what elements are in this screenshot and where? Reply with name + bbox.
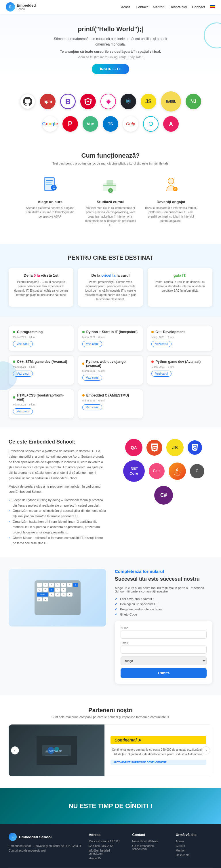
svg-text:💻 SOFTWARE: 💻 SOFTWARE: [45, 749, 62, 752]
about-left: Ce este Embedded School: Embedded School…: [9, 439, 106, 546]
contact-title: Succesul tău este succesul nostru: [115, 576, 212, 582]
course-card: Python game dev (Avansat) Mârțu 2021 6 l…: [147, 355, 212, 385]
how-section: Cum funcționează? Trei pași pentru a obț…: [0, 141, 221, 244]
course-select[interactable]: Alege: [120, 656, 207, 665]
carousel-next-button[interactable]: ›: [202, 746, 210, 754]
course-btn[interactable]: Vezi carul: [13, 408, 33, 414]
course-btn[interactable]: Vezi carul: [151, 341, 171, 347]
course-date: Mârțu 2021: [13, 403, 26, 406]
submit-button[interactable]: Trimite: [120, 668, 207, 678]
cta-banner: NU ESTE TIMP DE GÎNDITI !: [0, 788, 221, 824]
course-date: Mârțu 2021: [82, 369, 96, 372]
checklist-item: Pregătire pentru Interviu tehnic: [115, 608, 212, 611]
svg-text:①: ①: [53, 186, 55, 189]
who-card-professional: De la oricel la la carul Pentru profesio…: [78, 268, 143, 307]
course-btn[interactable]: Vezi carul: [13, 341, 33, 347]
course-duration: 6 luni: [29, 336, 35, 339]
key-6: 5: [67, 583, 72, 587]
pinterest-logo: P: [63, 116, 78, 132]
course-meta: Mârțu 2021 6 luni: [13, 336, 70, 339]
course-card: C programming Mârțu 2021 6 luni Vezi car…: [9, 326, 74, 351]
course-meta: Mârțu 2021 6 luni: [151, 365, 208, 368]
contact-checklist: Faci ceva bun &savorit !Dealogi cu un sp…: [115, 597, 212, 616]
nav-despre[interactable]: Despre Noi: [170, 5, 187, 9]
how-step-2: ② Studiază cursul Vă vom oferi cicultura…: [85, 173, 136, 236]
course-btn[interactable]: Vezi carul: [82, 375, 102, 381]
footer-col-3-title: Urmă-vă site: [176, 833, 212, 837]
hero-cta-button[interactable]: ÎNSCRIE-TE: [92, 64, 129, 74]
who-card-2-desc: Pentru profesioniști - Cursuri Web avans…: [83, 280, 138, 302]
nav-mentori[interactable]: Mentori: [153, 5, 164, 9]
carousel-prev-button[interactable]: ‹: [11, 746, 19, 754]
course-title: HTML+CSS (bootstrap/front-end): [13, 393, 70, 401]
bubble-cpp: C++: [149, 463, 164, 479]
react-logo: ⚛: [120, 94, 136, 109]
name-input[interactable]: [120, 630, 207, 639]
tech-logos-section: npm B ◆ ⚛ JS BABEL NJ Google P Vue TS Gu…: [0, 83, 221, 141]
course-card: Python, web dev django (avansat) Mârțu 2…: [78, 355, 143, 385]
course-btn[interactable]: Vezi carul: [151, 371, 171, 377]
footer: E Embedded School Embedded School - Inov…: [0, 824, 221, 868]
nav-home[interactable]: Acasă: [121, 5, 131, 9]
footer-logo-icon: E: [9, 833, 17, 841]
a-circle-logo: A: [163, 116, 179, 132]
footer-item: Cursuri: [176, 844, 212, 847]
step-1-desc: Acesând platforma noastră și alegând unu…: [24, 206, 76, 219]
course-status-dot: [13, 396, 15, 399]
course-btn[interactable]: Vezi carul: [82, 341, 102, 347]
flag-icon: [210, 5, 215, 8]
footer-col-address: Adresa Muncești stradă 127/1/3Chișinău, …: [88, 833, 125, 861]
who-card-3-desc: Pentru carieră în unul la un domeniu cu …: [153, 280, 207, 293]
angular-logo: [80, 94, 96, 109]
deco-circle: [204, 23, 221, 49]
nav-contact[interactable]: Contact: [136, 5, 148, 9]
footer-col-1-title: Adresa: [88, 833, 125, 837]
course-status-dot: [82, 363, 85, 365]
how-sub: Trei pași pentru a obține un loc de munc…: [11, 162, 210, 165]
nav-connect[interactable]: Connect: [192, 5, 205, 9]
footer-grid: E Embedded School Embedded School - Inov…: [9, 833, 212, 861]
who-card-1-desc: Pentru începători - Cursuri concepute pe…: [14, 280, 68, 297]
course-duration: 5 luni: [29, 403, 35, 406]
key-1: ~: [37, 583, 42, 587]
bubble-csharp: C#: [154, 486, 173, 505]
google-logo: Google: [42, 116, 58, 132]
footer-item: info@embedded-school.com: [88, 849, 125, 855]
about-title: Ce este Embedded School:: [9, 439, 106, 445]
course-status-dot: [13, 361, 15, 363]
course-card: HTML+CSS (bootstrap/front-end) Mârțu 202…: [9, 389, 74, 419]
course-title: C++, STM, game dev (Avansat): [13, 360, 70, 364]
svg-rect-2: [46, 182, 51, 183]
bubble-qa: QA: [125, 439, 142, 456]
step-3-desc: Bazat cunoaştere din informatică format,…: [145, 206, 197, 223]
who-card-3-title: gata IT:: [153, 273, 207, 278]
cta-title: NU ESTE TIMP DE GÎNDITI !: [9, 802, 212, 810]
navbar: E Embedded School Acasă Contact Mentori …: [0, 0, 221, 14]
step-2-icon: ②: [99, 173, 122, 196]
bootstrap-logo: B: [60, 94, 76, 109]
course-date: Mârțu 2021: [151, 365, 164, 368]
key-blue-2: ✉: [49, 588, 54, 592]
footer-tagline: Embedded School - Inovație și educației …: [9, 844, 82, 853]
hero-highlight: Te anunțăm că toate cursurile se desfășo…: [17, 50, 204, 54]
partners-title: Partenerii noștri: [9, 707, 212, 714]
about-right: QA JS .NETCore C++ C C#: [115, 439, 212, 505]
logo-sub: School: [17, 7, 36, 11]
course-title: C++ Development: [151, 330, 208, 334]
email-input[interactable]: [120, 646, 207, 654]
nav-links: Acasă Contact Mentori Despre Noi Connect: [121, 5, 215, 9]
checklist-item: Faci ceva bun &savorit !: [115, 597, 212, 600]
bubble-js: JS: [166, 439, 184, 456]
svg-text:③: ③: [174, 188, 177, 191]
course-btn[interactable]: Vezi carul: [82, 404, 102, 410]
how-step-3: ③ Deveniți angajat Bazat cunoaştere din …: [145, 173, 197, 236]
step-3-icon: ③: [159, 173, 182, 196]
bubble-java: [169, 463, 186, 480]
contact-desc: Alege un curs și de acum mai nu rești ma…: [115, 586, 212, 593]
key-d: D: [61, 592, 67, 596]
svg-point-11: [168, 178, 174, 184]
contact-visual: ~ 1 2 3 4 5 @ Q W ✉ R T contact A S D F …: [9, 569, 106, 626]
about-bullets: Lecție de Python cursing by doing – Comb…: [9, 497, 106, 546]
who-section: PENTRU CINE ESTE DESTINAT De la 0 la vâr…: [0, 244, 221, 317]
contact-section: ~ 1 2 3 4 5 @ Q W ✉ R T contact A S D F …: [0, 557, 221, 695]
